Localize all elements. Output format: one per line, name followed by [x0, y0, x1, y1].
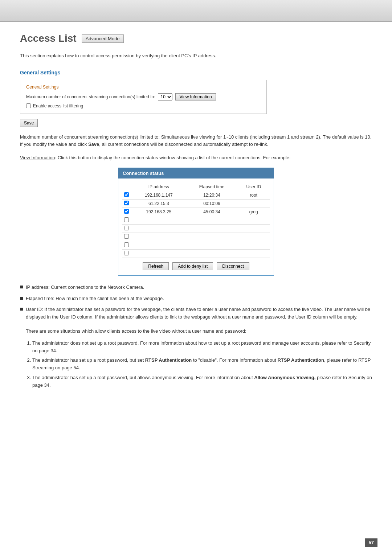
table-row [122, 241, 270, 249]
rtsp-auth-bold-2: RTSP Authentication [277, 357, 324, 363]
row-checkbox[interactable] [124, 217, 129, 222]
list-item-3: The administrator has set up a root pass… [32, 374, 372, 389]
table-row [122, 216, 270, 224]
rtsp-auth-bold-1: RTSP Authentication [145, 357, 192, 363]
top-bar [0, 0, 392, 22]
description1-underline: Maximum number of concurrent streaming c… [20, 134, 158, 140]
connection-table: IP address Elapsed time User ID 192.168.… [122, 183, 270, 258]
row-checkbox-cell [122, 233, 131, 241]
table-row: 192.168.3.25 45:00:34 greg [122, 208, 270, 216]
description2-underline: View Information [20, 155, 55, 160]
row-user [237, 249, 270, 258]
row-user [237, 224, 270, 233]
row-checkbox-cell [122, 216, 131, 224]
bullet-text-2: Elapsed time: How much time the client h… [26, 295, 372, 303]
col-userid: User ID [237, 183, 270, 191]
cs-buttons: Refresh Add to deny list Disconnect [122, 262, 270, 270]
col-ip: IP address [131, 183, 187, 191]
row-checkbox[interactable] [124, 251, 129, 255]
save-button[interactable]: Save [20, 119, 38, 127]
list-item-1: The administrator does not set up a root… [32, 340, 372, 355]
table-row: 192.168.1.147 12:20:34 root [122, 191, 270, 199]
col-checkbox [122, 183, 131, 191]
cs-header: Connection status [118, 168, 274, 178]
description1-suffix: , all current connections will be discon… [99, 141, 268, 147]
row-user: root [237, 191, 270, 199]
bullet-icon-1 [20, 286, 23, 288]
connection-status-wrapper: Connection status IP address Elapsed tim… [20, 168, 372, 276]
row-checkbox[interactable] [124, 192, 129, 197]
page-title-area: Access List Advanced Mode [20, 33, 372, 44]
connection-status-box: Connection status IP address Elapsed tim… [118, 168, 274, 276]
row-user [237, 233, 270, 241]
row-user [237, 241, 270, 249]
col-elapsed: Elapsed time [187, 183, 237, 191]
row-user: greg [237, 208, 270, 216]
row-checkbox[interactable] [124, 209, 129, 214]
description1-bold: Save [88, 141, 99, 147]
bullet-icon-3 [20, 308, 23, 311]
row-elapsed [187, 241, 237, 249]
row-elapsed [187, 249, 237, 258]
row-checkbox[interactable] [124, 226, 129, 230]
description2: View Information: Click this button to d… [20, 154, 372, 162]
intro-text: This section explains how to control acc… [20, 52, 372, 59]
row-ip [131, 216, 187, 224]
max-conn-row: Maximum number of concurrent streaming c… [26, 93, 261, 100]
row-elapsed: 12:20:34 [187, 191, 237, 199]
table-row [122, 249, 270, 258]
general-settings-heading: General Settings [20, 70, 372, 75]
sub-para: There are some situations which allow cl… [26, 328, 372, 335]
row-checkbox-cell [122, 208, 131, 216]
page-number: 57 [365, 538, 377, 547]
gs-box-title: General Settings [26, 85, 261, 90]
row-user [237, 199, 270, 208]
table-row [122, 224, 270, 233]
page-title: Access List [20, 33, 77, 44]
row-checkbox[interactable] [124, 201, 129, 205]
bullet-item-1: IP address: Current connections to the N… [20, 284, 372, 291]
enable-filtering-label: Enable access list filtering [33, 103, 83, 108]
row-elapsed [187, 224, 237, 233]
max-conn-label: Maximum number of concurrent streaming c… [26, 94, 155, 99]
main-content: Access List Advanced Mode This section e… [0, 22, 392, 415]
table-row [122, 233, 270, 241]
list-item-2: The administrator has set up a root pass… [32, 357, 372, 372]
refresh-button[interactable]: Refresh [143, 262, 169, 270]
row-checkbox-cell [122, 191, 131, 199]
numbered-list: The administrator does not set up a root… [32, 340, 372, 389]
table-row: 61.22.15.3 00:10:09 [122, 199, 270, 208]
description1: Maximum number of concurrent streaming c… [20, 134, 372, 149]
view-information-button[interactable]: View Information [175, 93, 216, 100]
add-to-deny-button[interactable]: Add to deny list [172, 262, 213, 270]
row-elapsed: 00:10:09 [187, 199, 237, 208]
bullet-icon-2 [20, 297, 23, 300]
row-elapsed [187, 233, 237, 241]
bullet-text-3: User ID: If the administrator has set a … [26, 306, 372, 321]
bullet-text-1: IP address: Current connections to the N… [26, 284, 372, 291]
row-checkbox[interactable] [124, 234, 129, 239]
row-ip [131, 241, 187, 249]
row-ip: 192.168.1.147 [131, 191, 187, 199]
bullet-item-3: User ID: If the administrator has set a … [20, 306, 372, 321]
enable-filtering-checkbox[interactable] [26, 103, 31, 108]
row-checkbox[interactable] [124, 242, 129, 247]
row-checkbox-cell [122, 241, 131, 249]
row-ip [131, 224, 187, 233]
advanced-mode-button[interactable]: Advanced Mode [82, 34, 124, 43]
disconnect-button[interactable]: Disconnect [217, 262, 249, 270]
cs-body: IP address Elapsed time User ID 192.168.… [118, 178, 274, 275]
description2-text: : Click this button to display the conne… [55, 155, 291, 160]
row-ip [131, 233, 187, 241]
row-checkbox-cell [122, 249, 131, 258]
row-user [237, 216, 270, 224]
row-ip [131, 249, 187, 258]
allow-anon-bold: Allow Anonymous Viewing, [254, 375, 315, 380]
enable-filtering-row: Enable access list filtering [26, 103, 261, 108]
row-ip: 61.22.15.3 [131, 199, 187, 208]
row-ip: 192.168.3.25 [131, 208, 187, 216]
max-conn-select[interactable]: 10 1234 5678 9 [158, 93, 172, 100]
general-settings-box: General Settings Maximum number of concu… [20, 80, 267, 114]
row-elapsed: 45:00:34 [187, 208, 237, 216]
bullet-item-2: Elapsed time: How much time the client h… [20, 295, 372, 303]
